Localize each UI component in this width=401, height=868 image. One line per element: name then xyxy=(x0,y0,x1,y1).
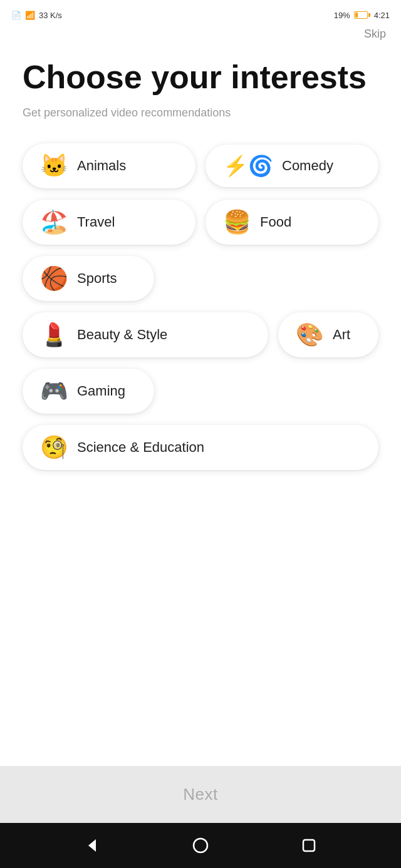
battery-percent: 19% xyxy=(334,11,350,20)
animals-emoji: 🐱 xyxy=(40,155,68,177)
science-emoji: 🧐 xyxy=(40,436,68,459)
interest-row-1: 🐱 Animals ⚡🌀 Comedy xyxy=(23,143,378,188)
interest-row-2: 🏖️ Travel 🍔 Food xyxy=(23,200,378,245)
sports-emoji: 🏀 xyxy=(40,267,68,290)
skip-button[interactable]: Skip xyxy=(364,28,386,41)
interest-row-3: 🏀 Sports xyxy=(23,256,378,301)
status-left: 📄 📶 33 K/s xyxy=(11,11,62,20)
interest-science-education[interactable]: 🧐 Science & Education xyxy=(23,425,378,470)
svg-marker-0 xyxy=(88,839,96,852)
art-label: Art xyxy=(333,327,350,343)
travel-emoji: 🏖️ xyxy=(40,211,68,233)
navigation-bar xyxy=(0,823,401,868)
animals-label: Animals xyxy=(77,158,126,174)
gaming-emoji: 🎮 xyxy=(40,380,68,402)
sports-label: Sports xyxy=(77,270,117,287)
interest-row-4: 💄 Beauty & Style 🎨 Art xyxy=(23,312,378,357)
beauty-style-label: Beauty & Style xyxy=(77,327,167,343)
status-right: 19% 4:21 xyxy=(334,11,390,20)
interest-animals[interactable]: 🐱 Animals xyxy=(23,143,195,188)
science-education-label: Science & Education xyxy=(77,439,204,456)
gaming-label: Gaming xyxy=(77,383,125,399)
comedy-label: Comedy xyxy=(282,158,333,174)
time: 4:21 xyxy=(374,11,390,20)
interest-gaming[interactable]: 🎮 Gaming xyxy=(23,369,154,414)
interest-row-6: 🧐 Science & Education xyxy=(23,425,378,470)
home-icon[interactable] xyxy=(192,837,209,854)
interest-row-5: 🎮 Gaming xyxy=(23,369,378,414)
status-bar: 📄 📶 33 K/s 19% 4:21 xyxy=(0,0,401,28)
interest-food[interactable]: 🍔 Food xyxy=(206,200,378,245)
food-emoji: 🍔 xyxy=(223,211,251,233)
svg-point-1 xyxy=(194,839,207,852)
beauty-emoji: 💄 xyxy=(40,324,68,346)
interests-container: 🐱 Animals ⚡🌀 Comedy 🏖️ Travel 🍔 Food 🏀 S… xyxy=(0,126,401,766)
next-button-container: Next xyxy=(0,766,401,823)
battery-icon xyxy=(354,11,370,19)
skip-row: Skip xyxy=(0,28,401,47)
interest-beauty-style[interactable]: 💄 Beauty & Style xyxy=(23,312,268,357)
svg-rect-2 xyxy=(303,840,315,851)
travel-label: Travel xyxy=(77,214,115,230)
page-subtitle: Get personalized video recommendations xyxy=(23,106,378,120)
interest-sports[interactable]: 🏀 Sports xyxy=(23,256,154,301)
back-icon[interactable] xyxy=(83,837,101,854)
food-label: Food xyxy=(260,214,291,230)
interest-art[interactable]: 🎨 Art xyxy=(278,312,378,357)
comedy-emoji: ⚡🌀 xyxy=(223,156,273,176)
page-title: Choose your interests xyxy=(23,59,378,95)
art-emoji: 🎨 xyxy=(296,324,324,346)
file-icon: 📄 xyxy=(11,11,21,20)
recents-icon[interactable] xyxy=(300,837,318,854)
network-speed: 33 K/s xyxy=(39,11,62,20)
interest-travel[interactable]: 🏖️ Travel xyxy=(23,200,195,245)
header: Choose your interests Get personalized v… xyxy=(0,47,401,126)
interest-comedy[interactable]: ⚡🌀 Comedy xyxy=(206,145,378,187)
next-button[interactable]: Next xyxy=(0,766,401,823)
wifi-icon: 📶 xyxy=(25,11,35,20)
